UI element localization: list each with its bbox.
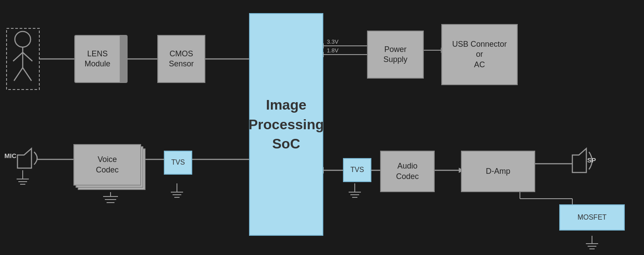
mosfet-block: MOSFET	[559, 204, 625, 231]
diagram: LENSModule CMOSSensor ImageProcessingSoC…	[0, 0, 644, 255]
mosfet-label: MOSFET	[578, 213, 607, 222]
voice-codec-label: VoiceCodec	[96, 155, 118, 175]
cmos-label: CMOSSensor	[169, 49, 194, 69]
power-supply-block: PowerSupply	[367, 31, 424, 79]
soc-block: ImageProcessingSoC	[249, 13, 323, 236]
svg-line-5	[23, 68, 31, 81]
ground-voice-codec	[100, 192, 121, 205]
tvs1-block: TVS	[164, 151, 192, 175]
usb-connector-block: USB ConnectororAC	[441, 24, 518, 85]
v33-label: 3.3V	[327, 38, 339, 45]
svg-marker-20	[17, 148, 31, 168]
svg-marker-49	[572, 148, 586, 172]
tvs2-label: TVS	[350, 165, 364, 175]
tvs2-block: TVS	[343, 158, 371, 182]
tvs1-label: TVS	[171, 158, 185, 167]
svg-rect-6	[7, 28, 39, 90]
lens-module-block: LENSModule	[74, 35, 128, 83]
audio-codec-label: AudioCodec	[396, 161, 419, 182]
lens-label: LENSModule	[84, 49, 110, 69]
audio-codec-block: AudioCodec	[380, 151, 435, 192]
usb-label: USB ConnectororAC	[452, 39, 507, 70]
soc-label: ImageProcessingSoC	[249, 95, 324, 154]
svg-line-4	[14, 68, 23, 81]
damp-block: D-Amp	[461, 151, 535, 192]
svg-line-3	[23, 52, 32, 61]
svg-line-2	[13, 52, 23, 61]
voice-codec-block: VoiceCodec	[73, 144, 141, 186]
power-supply-label: PowerSupply	[383, 45, 407, 65]
mic-label: MIC	[4, 152, 17, 159]
v18-label: 1.8V	[327, 47, 339, 54]
svg-point-0	[15, 31, 31, 47]
cmos-sensor-block: CMOSSensor	[157, 35, 205, 83]
sp-label: SP	[587, 156, 596, 164]
damp-label: D-Amp	[486, 166, 510, 176]
